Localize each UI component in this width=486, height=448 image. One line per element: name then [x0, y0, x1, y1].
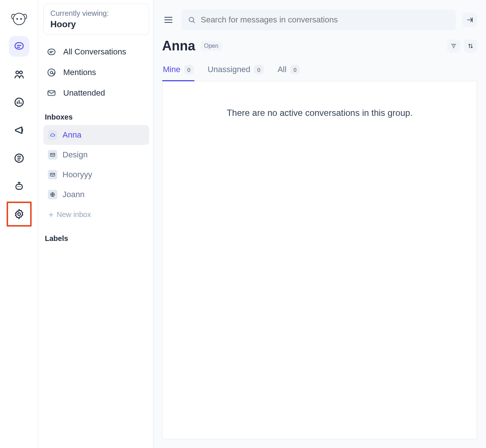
- sort-button[interactable]: [464, 39, 477, 53]
- rail-reports[interactable]: [9, 92, 29, 113]
- all-conversations-icon: [46, 47, 57, 57]
- empty-state: There are no active conversations in thi…: [227, 108, 413, 118]
- inbox-label: Joann: [62, 190, 85, 199]
- conversation-tabs: Mine 0 Unassigned 0 All 0: [162, 62, 477, 81]
- tab-label: All: [278, 65, 286, 74]
- toggle-sidebar-button[interactable]: [162, 15, 175, 25]
- tab-label: Unassigned: [208, 65, 250, 74]
- svg-rect-8: [16, 184, 22, 189]
- tab-count: 0: [290, 65, 300, 74]
- inbox-item-joann[interactable]: Joann: [43, 185, 149, 205]
- tab-unassigned[interactable]: Unassigned 0: [207, 62, 264, 81]
- labels-title: Labels: [43, 225, 149, 246]
- rail-help-center[interactable]: [9, 148, 29, 168]
- main-header: Anna Open Mine 0 Unassigned: [153, 0, 486, 81]
- tab-label: Mine: [163, 65, 181, 74]
- rail-conversations[interactable]: [9, 36, 29, 57]
- search-icon: [188, 16, 196, 24]
- inbox-item-anna[interactable]: Anna: [43, 125, 149, 145]
- svg-point-9: [18, 186, 19, 187]
- secondary-sidebar: Currently viewing: Hoory All Conversatio…: [38, 0, 153, 448]
- new-inbox-label: New inbox: [57, 210, 91, 219]
- mail-icon: [48, 170, 57, 179]
- plus-icon: [48, 211, 54, 218]
- globe-icon: [48, 190, 57, 199]
- primary-nav-rail: [0, 0, 38, 448]
- tab-count: 0: [254, 65, 264, 74]
- svg-point-10: [19, 186, 21, 187]
- inbox-label: Design: [62, 150, 87, 160]
- rail-contacts[interactable]: [9, 64, 29, 85]
- page-title: Anna: [162, 38, 195, 54]
- sort-icon: [467, 43, 474, 49]
- svg-point-5: [19, 71, 22, 74]
- rail-settings[interactable]: [9, 204, 29, 224]
- svg-point-13: [48, 69, 55, 76]
- nav-unattended[interactable]: Unattended: [43, 83, 149, 103]
- svg-point-19: [189, 17, 193, 22]
- tab-count: 0: [184, 65, 194, 74]
- unattended-icon: [46, 88, 57, 98]
- tab-mine[interactable]: Mine 0: [162, 62, 194, 81]
- mail-icon: [48, 150, 57, 160]
- inbox-item-hooryyy[interactable]: Hooryyy: [43, 165, 149, 185]
- rail-campaigns[interactable]: [9, 120, 29, 141]
- rail-bot[interactable]: [9, 176, 29, 196]
- search-field[interactable]: [181, 10, 456, 30]
- collapse-icon: [466, 16, 474, 24]
- nav-all-conversations[interactable]: All Conversations: [43, 42, 149, 62]
- conversation-list: There are no active conversations in thi…: [162, 81, 477, 439]
- tab-all[interactable]: All 0: [277, 62, 300, 81]
- filter-icon: [450, 43, 457, 49]
- svg-point-11: [18, 213, 21, 216]
- cloud-icon: [48, 130, 57, 140]
- new-inbox-button[interactable]: New inbox: [43, 205, 149, 225]
- workspace-label: Currently viewing:: [50, 9, 142, 18]
- filter-button[interactable]: [447, 39, 460, 53]
- workspace-switcher[interactable]: Currently viewing: Hoory: [43, 4, 149, 35]
- inbox-item-design[interactable]: Design: [43, 145, 149, 165]
- search-input[interactable]: [200, 15, 449, 25]
- workspace-name: Hoory: [50, 19, 142, 29]
- svg-point-1: [16, 18, 18, 19]
- main-panel: Anna Open Mine 0 Unassigned: [153, 0, 486, 448]
- inbox-label: Anna: [62, 130, 81, 140]
- mentions-icon: [46, 67, 57, 78]
- status-chip: Open: [200, 41, 222, 51]
- nav-mentions[interactable]: Mentions: [43, 62, 149, 83]
- nav-label: Mentions: [63, 68, 96, 77]
- svg-point-2: [20, 18, 22, 19]
- app-logo: [8, 7, 30, 29]
- svg-point-0: [13, 13, 25, 25]
- inboxes-title: Inboxes: [43, 103, 149, 125]
- inbox-label: Hooryyy: [62, 170, 92, 179]
- nav-label: All Conversations: [63, 47, 126, 57]
- svg-point-4: [16, 71, 19, 74]
- collapse-panel-button[interactable]: [462, 13, 477, 27]
- nav-label: Unattended: [63, 88, 105, 98]
